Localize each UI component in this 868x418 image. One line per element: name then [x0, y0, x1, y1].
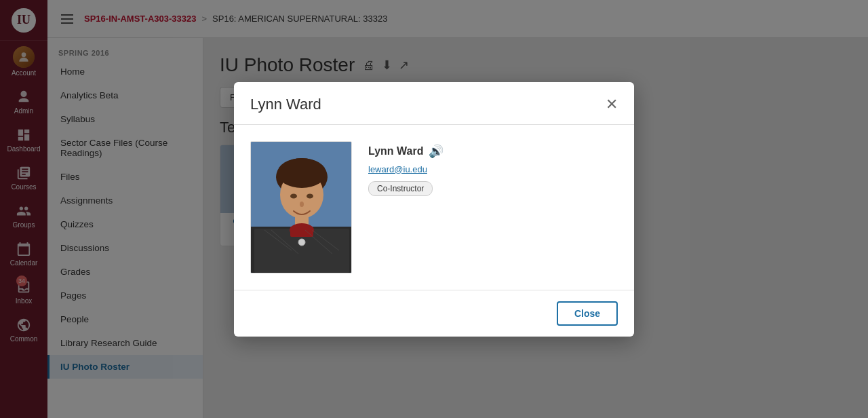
sound-icon[interactable]: 🔊: [429, 144, 443, 159]
svg-rect-21: [290, 227, 313, 237]
modal-body: Lynn Ward 🔊 leward@iu.edu Co-Instructor: [234, 125, 634, 290]
modal-close-footer-button[interactable]: Close: [557, 301, 618, 326]
modal-person-photo: [251, 142, 352, 273]
modal-name-row: Lynn Ward 🔊: [368, 144, 618, 159]
modal-header: Lynn Ward ✕: [234, 82, 634, 125]
modal-close-button[interactable]: ✕: [606, 97, 618, 112]
modal-email-link[interactable]: leward@iu.edu: [368, 164, 618, 174]
modal-role-badge: Co-Instructor: [368, 181, 433, 196]
svg-point-15: [307, 193, 313, 198]
modal-overlay: Lynn Ward ✕: [0, 0, 868, 418]
modal-person-name: Lynn Ward: [368, 145, 423, 157]
svg-point-16: [300, 202, 304, 207]
modal-title: Lynn Ward: [250, 96, 321, 113]
modal-footer: Close: [234, 290, 634, 337]
svg-point-22: [298, 239, 305, 246]
svg-point-13: [277, 158, 326, 188]
svg-point-14: [290, 193, 297, 198]
person-detail-modal: Lynn Ward ✕: [234, 82, 634, 337]
modal-photo-container: [250, 141, 352, 273]
modal-info: Lynn Ward 🔊 leward@iu.edu Co-Instructor: [368, 141, 618, 273]
